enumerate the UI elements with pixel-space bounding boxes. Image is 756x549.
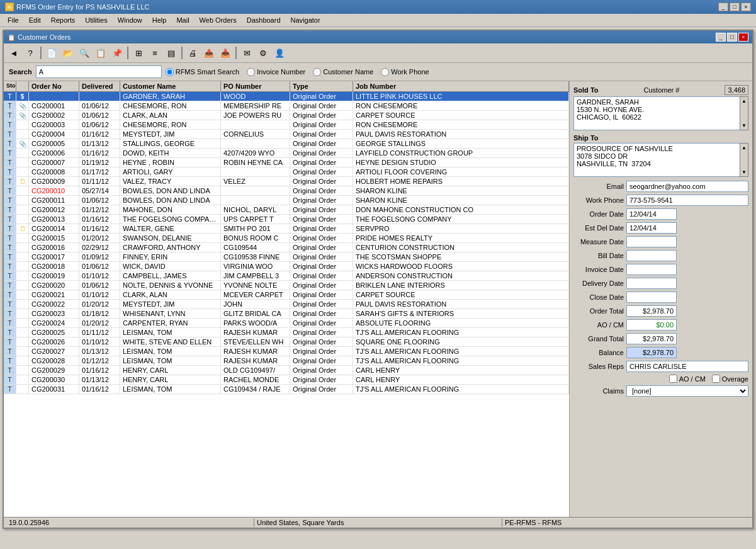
- ao-cm-checkbox[interactable]: AO / CM: [669, 375, 706, 383]
- minimize-btn[interactable]: _: [718, 3, 728, 11]
- overage-checkbox[interactable]: Overage: [712, 375, 748, 383]
- user-btn[interactable]: 👤: [272, 45, 287, 60]
- table-row[interactable]: T📎CG20000501/13/12STALLINGS, GEORGEOrigi…: [4, 139, 569, 149]
- title-bar-controls[interactable]: _ □ ×: [718, 3, 751, 11]
- menu-weborders[interactable]: Web Orders: [195, 15, 242, 25]
- menu-utilities[interactable]: Utilities: [80, 15, 112, 25]
- order-date-row: Order Date: [573, 208, 748, 220]
- table-row[interactable]: TCG20000401/16/12MEYSTEDT, JIMCORNELIUSO…: [4, 130, 569, 139]
- table-row[interactable]: TCG20001501/20/12SWANSON, DELANIEBONUS R…: [4, 234, 569, 243]
- row-store-icon: T: [4, 149, 16, 157]
- table-row[interactable]: TCG20001901/10/12CAMPBELL, JAMESJIM CAMP…: [4, 271, 569, 281]
- radio-workphone[interactable]: Work Phone: [381, 68, 429, 76]
- est-del-date-field[interactable]: [626, 222, 677, 234]
- search-input[interactable]: [36, 65, 162, 78]
- table-row[interactable]: TCG20000701/19/12HEYNE , ROBINROBIN HEYN…: [4, 158, 569, 167]
- copy-btn[interactable]: 📋: [93, 45, 108, 60]
- table-row[interactable]: TCG20000301/06/12CHESEMORE, RONOriginal …: [4, 120, 569, 130]
- table-row[interactable]: TCG20001301/16/12THE FOGELSONG COMPANYUP…: [4, 215, 569, 224]
- paste-btn[interactable]: 📌: [110, 45, 125, 60]
- row-order-no: CG200030: [29, 375, 79, 384]
- radio-rfms[interactable]: RFMS Smart Search: [166, 68, 239, 76]
- row-status-icon: [16, 271, 29, 280]
- close-btn[interactable]: ×: [741, 3, 751, 11]
- table-row[interactable]: T🗒CG20000901/11/12VALEZ, TRACYVELEZOrigi…: [4, 177, 569, 186]
- radio-invoice[interactable]: Invoice Number: [247, 68, 305, 76]
- sales-reps-field[interactable]: [626, 361, 748, 372]
- table-row[interactable]: TCG20001201/12/12MAHONE, DONNICHOL, DARY…: [4, 205, 569, 215]
- work-phone-field[interactable]: [626, 195, 748, 206]
- grid-btn[interactable]: ⊞: [131, 45, 146, 60]
- table-row[interactable]: TCG20002301/18/12WHISENANT, LYNNGLITZ BR…: [4, 309, 569, 319]
- table-row[interactable]: TCG20001602/29/12CRAWFORD, ANTHONYCG1095…: [4, 243, 569, 252]
- bill-date-field[interactable]: [626, 250, 677, 261]
- menu-file[interactable]: File: [3, 15, 24, 25]
- col-order[interactable]: Order No: [29, 81, 79, 91]
- table-row[interactable]: TCG20000801/17/12ARTIOLI, GARYOriginal O…: [4, 167, 569, 177]
- order-date-field[interactable]: [626, 208, 677, 220]
- est-del-date-label: Est Del Date: [573, 224, 624, 232]
- row-job-number: CARL HENRY: [353, 366, 569, 375]
- table-row[interactable]: TCG20002401/20/12CARPENTER, RYANPARKS WO…: [4, 319, 569, 328]
- table-row[interactable]: TCG20003001/13/12HENRY, CARLRACHEL MONDE…: [4, 375, 569, 385]
- table-row[interactable]: TCG20002801/12/12LEISMAN, TOMRAJESH KUMA…: [4, 356, 569, 366]
- new-btn[interactable]: 📄: [44, 45, 59, 60]
- table-row[interactable]: T$GARDNER, SARAHWOODOriginal OrderLITTLE…: [4, 92, 569, 101]
- menu-help[interactable]: Help: [147, 15, 172, 25]
- col-po[interactable]: PO Number: [221, 81, 290, 91]
- window-controls[interactable]: _ □ ×: [716, 33, 748, 42]
- table-row[interactable]: TCG20002701/13/12LEISMAN, TOMRAJESH KUMA…: [4, 347, 569, 356]
- email-field[interactable]: [626, 181, 748, 192]
- table-row[interactable]: T📎CG20000201/06/12CLARK, ALANJOE POWERS …: [4, 111, 569, 120]
- sold-to-scrollbar[interactable]: ▲ ▼: [740, 96, 748, 130]
- table-row[interactable]: T🗒CG20001401/16/12WALTER, GENESMITH PO 2…: [4, 224, 569, 234]
- menu-mail[interactable]: Mail: [171, 15, 194, 25]
- col-customer[interactable]: Customer Name: [120, 81, 221, 91]
- list-btn[interactable]: ≡: [147, 45, 162, 60]
- table-row[interactable]: TCG20002201/20/12MEYSTEDT, JIMJOHNOrigin…: [4, 300, 569, 309]
- menu-reports[interactable]: Reports: [46, 15, 81, 25]
- ship-to-scrollbar[interactable]: ▲ ▼: [740, 143, 748, 177]
- table-row[interactable]: TCG20001801/06/12WICK, DAVIDVIRGINIA WOO…: [4, 262, 569, 271]
- table-row[interactable]: TCG20002101/10/12CLARK, ALANMCEVER CARPE…: [4, 290, 569, 300]
- table-row[interactable]: TCG20000601/16/12DOWD, KEITH4207/4209 WY…: [4, 149, 569, 158]
- table-row[interactable]: T📎CG20000101/06/12CHESEMORE, RONMEMBERSH…: [4, 101, 569, 111]
- claims-select[interactable]: [none]: [626, 385, 748, 397]
- table-row[interactable]: TCG20001005/27/14BOWLES, DON AND LINDAOr…: [4, 186, 569, 196]
- menu-edit[interactable]: Edit: [24, 15, 46, 25]
- radio-customer[interactable]: Customer Name: [313, 68, 373, 76]
- order-total-field: [626, 305, 677, 317]
- close-date-field[interactable]: [626, 291, 677, 303]
- col-delivered[interactable]: Delivered: [79, 81, 120, 91]
- table-row[interactable]: TCG20002001/06/12NOLTE, DENNIS & YVONNEY…: [4, 281, 569, 290]
- delivery-date-field[interactable]: [626, 278, 677, 289]
- back-btn[interactable]: ◄: [6, 45, 21, 60]
- col-type[interactable]: Type: [290, 81, 353, 91]
- import-btn[interactable]: 📥: [218, 45, 233, 60]
- window-close-btn[interactable]: ×: [738, 33, 748, 42]
- menu-window[interactable]: Window: [113, 15, 147, 25]
- window-maximize-btn[interactable]: □: [727, 33, 737, 42]
- email-btn[interactable]: ✉: [239, 45, 254, 60]
- help-btn[interactable]: ?: [23, 45, 38, 60]
- measure-date-field[interactable]: [626, 236, 677, 247]
- table-row[interactable]: TCG20001101/06/12BOWLES, DON AND LINDAOr…: [4, 196, 569, 205]
- table-row[interactable]: TCG20001701/09/12FINNEY, ERINCG109538 FI…: [4, 252, 569, 262]
- detail-btn[interactable]: ▤: [164, 45, 179, 60]
- table-row[interactable]: TCG20002501/11/12LEISMAN, TOMRAJESH KUMA…: [4, 328, 569, 337]
- print-btn[interactable]: 🖨: [185, 45, 200, 60]
- open-btn[interactable]: 📂: [60, 45, 76, 60]
- table-row[interactable]: TCG20002601/10/12WHITE, STEVE AND ELLENS…: [4, 337, 569, 347]
- col-job[interactable]: Job Number: [353, 81, 569, 91]
- menu-dashboard[interactable]: Dashboard: [242, 15, 286, 25]
- settings-btn[interactable]: ⚙: [256, 45, 271, 60]
- maximize-btn[interactable]: □: [730, 3, 740, 11]
- search-btn[interactable]: 🔍: [77, 45, 92, 60]
- invoice-date-field[interactable]: [626, 264, 677, 275]
- row-order-no: CG200005: [29, 139, 79, 148]
- menu-navigator[interactable]: Navigator: [286, 15, 325, 25]
- table-row[interactable]: TCG20002901/16/12HENRY, CARLOLD CG109497…: [4, 366, 569, 375]
- window-minimize-btn[interactable]: _: [716, 33, 726, 42]
- table-row[interactable]: TCG20003101/16/12LEISMAN, TOMCG109434 / …: [4, 385, 569, 394]
- export-btn[interactable]: 📤: [201, 45, 217, 60]
